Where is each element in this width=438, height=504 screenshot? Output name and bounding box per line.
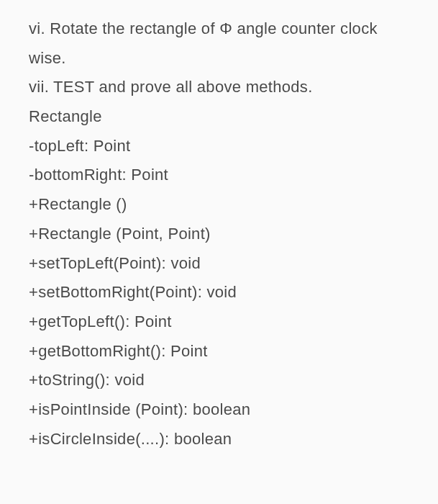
text-line: -topLeft: Point [29,132,416,161]
text-line: -bottomRight: Point [29,161,416,190]
text-line: +setTopLeft(Point): void [29,249,416,279]
text-line: +getBottomRight(): Point [29,337,416,366]
text-line: +isPointInside (Point): boolean [29,395,416,425]
text-line: vi. Rotate the rectangle of Φ angle coun… [29,14,416,73]
text-line: +isCircleInside(....): boolean [29,425,416,454]
document-content: vi. Rotate the rectangle of Φ angle coun… [29,14,416,454]
text-line: vii. TEST and prove all above methods. [29,73,416,102]
text-line: +setBottomRight(Point): void [29,278,416,307]
text-line: +getTopLeft(): Point [29,307,416,337]
text-line: +Rectangle () [29,190,416,220]
text-line: +toString(): void [29,366,416,395]
text-line: +Rectangle (Point, Point) [29,220,416,249]
text-line: Rectangle [29,102,416,132]
